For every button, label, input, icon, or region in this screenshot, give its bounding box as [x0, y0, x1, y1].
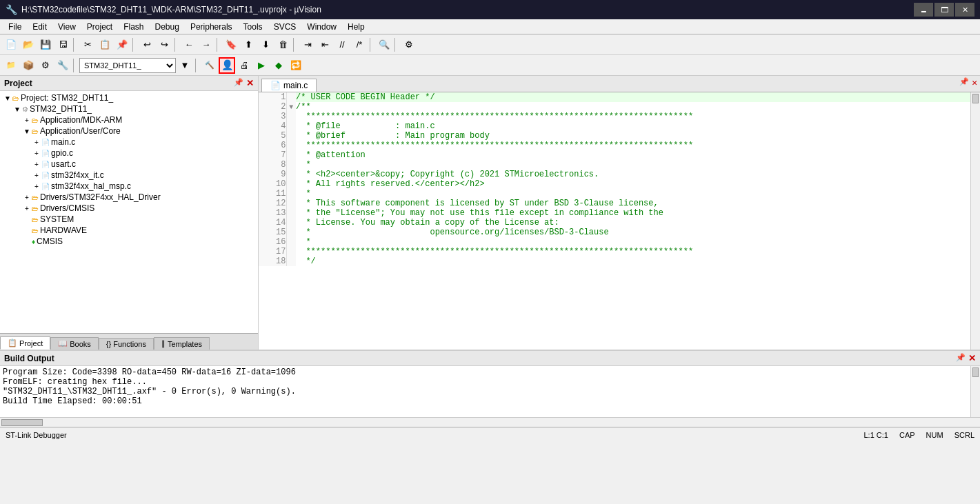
menu-file[interactable]: File	[3, 21, 27, 33]
editor-scrollbar[interactable]	[970, 92, 980, 350]
title-bar-controls[interactable]: 🗕 🗖 ✕	[914, 3, 974, 17]
tree-row-hal-msp[interactable]: + 📄 stm32f4xx_hal_msp.c	[0, 181, 258, 192]
tree-row-system[interactable]: 🗁 SYSTEM	[0, 214, 258, 225]
build-close-button[interactable]: ✕	[968, 353, 976, 363]
line-fold-9[interactable]	[286, 170, 296, 179]
menu-peripherals[interactable]: Peripherals	[185, 21, 238, 33]
tab-project[interactable]: 📋 Project	[0, 336, 50, 350]
tab-books[interactable]: 📖 Books	[50, 337, 99, 350]
redo-button[interactable]: ↪	[156, 37, 172, 53]
tree-row-hardwave[interactable]: 🗁 HARDWAVE	[0, 225, 258, 236]
tree-row-hal-driver[interactable]: + 🗁 Drivers/STM32F4xx_HAL_Driver	[0, 192, 258, 203]
nav-fwd-button[interactable]: →	[198, 37, 214, 53]
line-fold-13[interactable]	[286, 208, 296, 218]
panel-pin-button[interactable]: 📌	[234, 78, 243, 88]
tree-row-user-core[interactable]: ▼ 🗁 Application/User/Core	[0, 125, 258, 137]
target-select-dropdown[interactable]: ▼	[177, 57, 193, 74]
expander-stm32[interactable]: ▼	[12, 105, 22, 113]
tree-row-usart-c[interactable]: + 📄 usart.c	[0, 159, 258, 170]
manage-project-button[interactable]: 📁	[3, 57, 19, 74]
line-fold-17[interactable]	[286, 247, 296, 256]
menu-svcs[interactable]: SVCS	[268, 21, 302, 33]
line-fold-14[interactable]	[286, 218, 296, 228]
line-fold-3[interactable]	[286, 112, 296, 121]
expander-stm32-it[interactable]: +	[32, 172, 41, 179]
target-options-button[interactable]: 🔧	[54, 57, 71, 74]
line-fold-7[interactable]	[286, 150, 296, 160]
line-fold-4[interactable]	[286, 121, 296, 131]
close-button[interactable]: ✕	[955, 3, 974, 17]
tree-row-mdk-arm[interactable]: + 🗁 Application/MDK-ARM	[0, 114, 258, 125]
editor-content[interactable]: 1 /* USER CODE BEGIN Header */2▼/**3 ***…	[259, 92, 970, 350]
expander-usart-c[interactable]: +	[32, 161, 41, 168]
expander-user-core[interactable]: ▼	[22, 128, 32, 135]
tab-templates[interactable]: ∥ Templates	[154, 337, 210, 350]
line-fold-10[interactable]	[286, 179, 296, 189]
minimize-button[interactable]: 🗕	[914, 3, 933, 17]
nav-back-button[interactable]: ←	[181, 37, 197, 53]
load-button[interactable]: 🖨	[236, 57, 252, 74]
line-fold-1[interactable]	[286, 92, 296, 102]
editor-tab-main-c[interactable]: 📄 main.c	[261, 79, 317, 92]
tab-functions[interactable]: {} Functions	[99, 338, 154, 350]
menu-view[interactable]: View	[52, 21, 81, 33]
undo-button[interactable]: ↩	[139, 37, 155, 53]
stop-button[interactable]: ◆	[270, 57, 287, 74]
run-button[interactable]: ▶	[253, 57, 270, 74]
menu-tools[interactable]: Tools	[238, 21, 268, 33]
editor-close-button[interactable]: ✕	[972, 77, 977, 88]
line-fold-5[interactable]	[286, 131, 296, 141]
build-wizard-button[interactable]: 🔨	[201, 57, 218, 74]
build-multiproject-button[interactable]: 📦	[20, 57, 37, 74]
build-pin-button[interactable]: 📌	[956, 353, 966, 363]
build-hscrollbar[interactable]	[0, 417, 980, 427]
expander-gpio-c[interactable]: +	[32, 150, 41, 157]
expander-mdk-arm[interactable]: +	[22, 117, 32, 124]
panel-close-button[interactable]: ✕	[246, 78, 254, 88]
copy-button[interactable]: 📋	[97, 37, 113, 53]
uncomment-button[interactable]: /*	[351, 37, 368, 53]
prev-bookmark-button[interactable]: ⬆	[240, 37, 257, 53]
expander-drivers-cmsis[interactable]: +	[22, 205, 32, 212]
expander-hal-driver[interactable]: +	[22, 194, 32, 201]
expander-main-c[interactable]: +	[32, 139, 41, 146]
batch-build-button[interactable]: ⚙	[37, 57, 54, 74]
next-bookmark-button[interactable]: ⬇	[257, 37, 274, 53]
expander-project-root[interactable]: ▼	[3, 94, 12, 102]
save-all-button[interactable]: 🖫	[54, 37, 71, 53]
menu-debug[interactable]: Debug	[150, 21, 185, 33]
maximize-button[interactable]: 🗖	[934, 3, 954, 17]
unindent-button[interactable]: ⇤	[317, 37, 333, 53]
new-file-button[interactable]: 📄	[3, 37, 19, 53]
comment-button[interactable]: //	[334, 37, 350, 53]
menu-help[interactable]: Help	[342, 21, 370, 33]
tree-row-project-root[interactable]: ▼ 🗁 Project: STM32_DHT11_	[0, 92, 258, 103]
settings-button[interactable]: ⚙	[401, 37, 417, 53]
editor-pin-button[interactable]: 📌	[959, 77, 969, 88]
paste-button[interactable]: 📌	[114, 37, 130, 53]
build-scrollbar[interactable]	[970, 366, 980, 417]
tree-row-stm32-it[interactable]: + 📄 stm32f4xx_it.c	[0, 170, 258, 181]
load-highlighted-button[interactable]: 👤	[219, 57, 235, 74]
line-fold-12[interactable]	[286, 199, 296, 208]
line-fold-8[interactable]	[286, 160, 296, 170]
line-fold-6[interactable]	[286, 141, 296, 150]
menu-edit[interactable]: Edit	[27, 21, 52, 33]
line-fold-11[interactable]	[286, 189, 296, 199]
bookmark-button[interactable]: 🔖	[223, 37, 239, 53]
debug-button[interactable]: 🔁	[288, 57, 304, 74]
target-select[interactable]: STM32_DHT11_	[79, 58, 176, 73]
line-fold-18[interactable]	[286, 256, 296, 266]
line-fold-15[interactable]	[286, 228, 296, 237]
tree-row-gpio-c[interactable]: + 📄 gpio.c	[0, 148, 258, 159]
open-button[interactable]: 📂	[20, 37, 37, 53]
menu-project[interactable]: Project	[81, 21, 118, 33]
save-button[interactable]: 💾	[37, 37, 54, 53]
tree-row-cmsis[interactable]: ♦ CMSIS	[0, 236, 258, 247]
tree-row-main-c[interactable]: + 📄 main.c	[0, 137, 258, 148]
find-button[interactable]: 🔍	[376, 37, 392, 53]
expander-hal-msp[interactable]: +	[32, 183, 41, 190]
tree-row-stm32[interactable]: ▼ ⚙ STM32_DHT11_	[0, 103, 258, 114]
line-fold-16[interactable]	[286, 237, 296, 247]
menu-flash[interactable]: Flash	[118, 21, 149, 33]
